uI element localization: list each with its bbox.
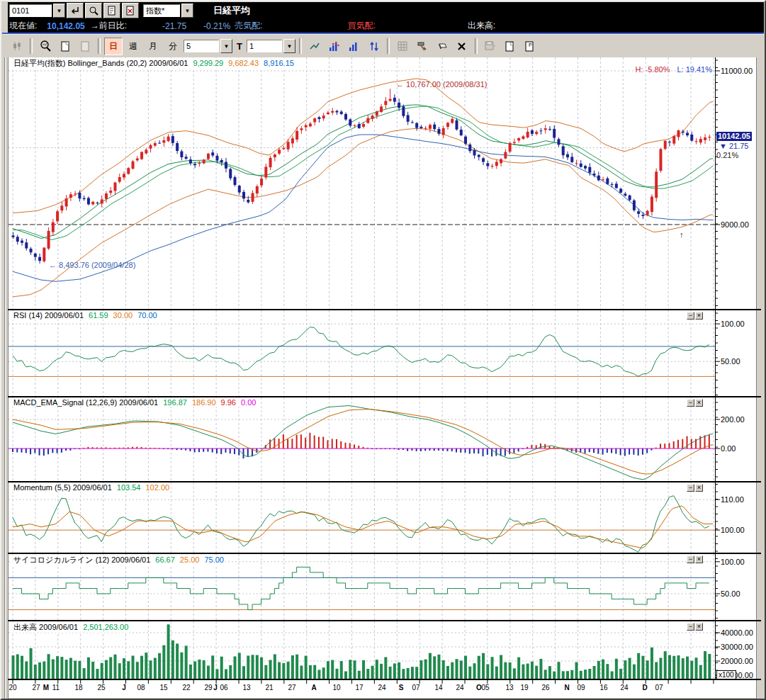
period-minute-button[interactable]: 分 xyxy=(164,38,182,55)
market-dropdown-button[interactable]: ▼ xyxy=(181,4,193,18)
x-axis-month-label: M xyxy=(43,684,49,691)
bars-compare-button[interactable] xyxy=(325,38,344,55)
x-axis-day-label: 13 xyxy=(242,684,250,691)
main-header-title: 日経平均(指数) Bollinger_Bands (20,2) 2009/06/… xyxy=(13,59,188,67)
grid-button[interactable] xyxy=(393,38,412,55)
candle-chart-button[interactable] xyxy=(8,38,26,55)
volume-label: 出来高: xyxy=(468,20,495,32)
x-axis-day-label: 22 xyxy=(182,684,190,691)
bars-button[interactable] xyxy=(345,38,364,55)
x-axis-month-label: S xyxy=(399,684,404,691)
x-axis-day-label: 07 xyxy=(412,684,419,691)
momentum-header-value: 103.54 xyxy=(117,483,141,492)
momentum-minimize-button[interactable]: − xyxy=(687,484,694,492)
psych-close-button[interactable]: × xyxy=(695,555,703,563)
period-weekly-button[interactable]: 週 xyxy=(124,38,142,55)
momentum-header: Momentum (5,5) 2009/06/01103.54102.00 xyxy=(12,483,171,492)
x-axis-day-label: 19 xyxy=(520,684,528,691)
right-border-strip xyxy=(756,57,766,699)
delete-memo-button[interactable] xyxy=(122,3,139,18)
macd-close-button[interactable]: × xyxy=(695,399,703,407)
x-axis-day-label: 09 xyxy=(577,684,585,691)
zoom-button[interactable] xyxy=(85,3,102,18)
copy-page-button[interactable] xyxy=(76,38,94,55)
volume-minimize-button[interactable]: − xyxy=(687,623,694,631)
trendline-icon xyxy=(309,41,320,51)
x-axis-day-label: 26 xyxy=(541,684,549,691)
x-axis-day-label: 10 xyxy=(332,684,340,691)
tools-button[interactable] xyxy=(413,38,432,55)
x-axis-day-label: 27 xyxy=(32,684,40,691)
main-ytick: 9000.00 xyxy=(721,220,749,229)
period-monthly-button[interactable]: 月 xyxy=(144,38,162,55)
trendline-button[interactable] xyxy=(305,38,324,55)
psych-header: サイコロジカルライン (12) 2009/06/0166.6725.0075.0… xyxy=(12,555,225,565)
delete-drawings-button[interactable] xyxy=(453,38,471,55)
period-daily-button[interactable]: 日 xyxy=(104,38,123,55)
zoom-chart-button[interactable] xyxy=(36,38,55,55)
rsi-minimize-button[interactable]: − xyxy=(687,312,694,320)
momentum-plot[interactable] xyxy=(9,482,715,553)
x-axis-month-label: A xyxy=(311,684,316,691)
new-page-button[interactable] xyxy=(56,38,74,55)
save-button[interactable] xyxy=(481,38,500,55)
x-axis-day-label: 14 xyxy=(434,684,442,691)
hammer-icon xyxy=(417,41,427,51)
momentum-header-title: Momentum (5,5) 2009/06/01 xyxy=(13,483,112,492)
market-select[interactable]: 指数* xyxy=(143,4,180,17)
rsi-close-button[interactable]: × xyxy=(695,312,703,320)
symbol-dropdown-button[interactable]: ▼ xyxy=(53,4,65,18)
rsi-line xyxy=(13,327,709,377)
rsi-ytick: 50.00 xyxy=(721,357,740,366)
interval-dropdown-button[interactable]: ▼ xyxy=(220,39,232,53)
x-axis-day-label: 06 xyxy=(220,684,227,691)
psych-header-value: 66.67 xyxy=(155,555,175,564)
psych-minimize-button[interactable]: − xyxy=(687,555,694,563)
quote-bar-row2: 現在値: 10,142.05 →前日比: -21.75 -0.21% 売気配: … xyxy=(8,19,764,33)
magnifier-chart-icon xyxy=(40,40,51,52)
grid-lines xyxy=(9,482,715,553)
interval-select[interactable]: 5 xyxy=(184,40,219,52)
volume-close-button[interactable]: × xyxy=(695,623,703,631)
panel-resize-gutter[interactable] xyxy=(2,57,9,699)
main-header: 日経平均(指数) Bollinger_Bands (20,2) 2009/06/… xyxy=(12,58,295,69)
x-axis-day-label: 21 xyxy=(265,684,273,691)
last-price-change: ▼ 21.75 xyxy=(719,142,748,150)
symbol-input[interactable]: 0101 xyxy=(9,4,52,17)
toolbar-separator xyxy=(387,38,390,54)
updown-button[interactable] xyxy=(365,38,383,55)
rsi-plot[interactable] xyxy=(9,310,715,396)
t-dropdown-button[interactable]: ▼ xyxy=(283,39,295,53)
bb-lower xyxy=(13,129,713,298)
current-price-label: 現在値: xyxy=(9,20,37,32)
x-axis-day-label: 15 xyxy=(159,684,167,691)
macd-minimize-button[interactable]: − xyxy=(687,399,694,407)
main-header-value: 9,682.43 xyxy=(228,59,259,67)
x-axis-day-label: 08 xyxy=(137,684,145,691)
psych-header-value: 75.00 xyxy=(204,555,224,564)
volume-header-value: 2,501,263.00 xyxy=(83,623,128,631)
macd-plot[interactable] xyxy=(9,397,715,481)
x-axis-month-label: N xyxy=(564,684,569,691)
submit-button[interactable] xyxy=(67,3,84,18)
grid-lines xyxy=(9,397,715,481)
layout-page2-button[interactable]: P xyxy=(521,38,539,55)
t-select[interactable]: 1 xyxy=(247,40,282,52)
psych-ytick: 50.00 xyxy=(721,589,740,598)
svg-text:P: P xyxy=(529,43,532,47)
momentum-close-button[interactable]: × xyxy=(695,484,703,492)
memo-button[interactable] xyxy=(103,3,120,18)
magnifier-icon xyxy=(89,6,98,16)
candlestick-icon xyxy=(12,41,22,51)
x-axis-day-label: 25 xyxy=(97,684,105,691)
eraser-icon xyxy=(436,42,447,50)
eraser-button[interactable] xyxy=(433,38,451,55)
main-plot[interactable] xyxy=(9,57,715,309)
rsi-header: RSI (14) 2009/06/0161.5930.0070.00 xyxy=(12,311,159,320)
copy-page-icon xyxy=(81,41,90,52)
x-axis-day-label: 24 xyxy=(456,684,463,691)
volume-header-title: 出来高 2009/06/01 xyxy=(13,623,78,631)
grid-lines xyxy=(9,310,715,396)
layout-page-button[interactable] xyxy=(501,38,519,55)
page-pin-icon xyxy=(505,41,514,52)
